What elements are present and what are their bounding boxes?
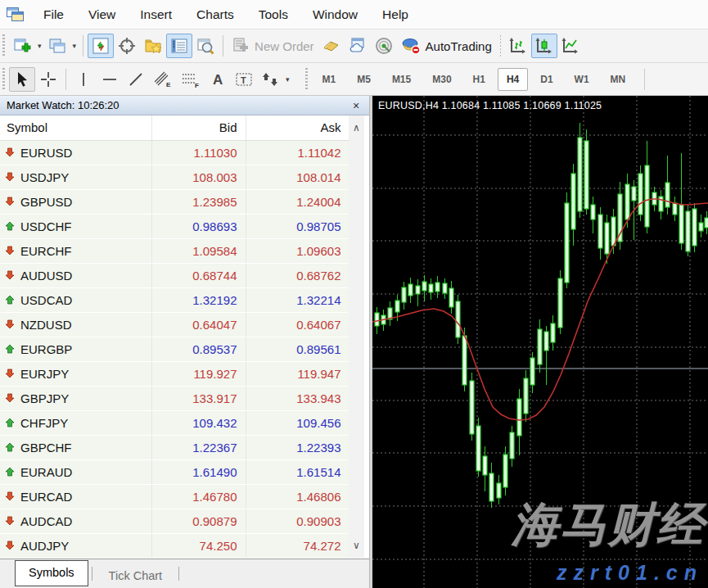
market-watch-row-euraud[interactable]: EURAUD1.614901.61514 [0, 459, 349, 484]
timeframe-m1-button[interactable]: M1 [313, 68, 345, 91]
market-watch-row-gbpchf[interactable]: GBPCHF1.223671.22393 [0, 435, 349, 459]
timeframe-m30-button[interactable]: M30 [423, 68, 460, 91]
market-watch-row-chfjpy[interactable]: CHFJPY109.432109.456 [0, 410, 349, 435]
new-chart-button[interactable] [9, 34, 35, 58]
bid-value: 1.61490 [151, 459, 246, 484]
text-label-tool-button[interactable]: T [231, 67, 257, 92]
timeframe-m5-button[interactable]: M5 [348, 68, 380, 91]
terminal-button[interactable] [166, 34, 192, 58]
market-watch-row-usdjpy[interactable]: USDJPY108.003108.014 [0, 165, 349, 189]
chevron-down-icon[interactable]: ▾ [70, 42, 79, 50]
strategy-tester-button[interactable] [192, 34, 219, 58]
crosshair-tool-button[interactable] [35, 67, 61, 92]
fibonacci-tool-button[interactable]: F [177, 67, 205, 92]
arrow-symbols-tool-button[interactable] [257, 67, 283, 92]
cursor-tool-button[interactable] [9, 67, 35, 92]
timeframe-d1-button[interactable]: D1 [531, 68, 561, 91]
trendline-icon [127, 70, 145, 88]
market-watch-row-audusd[interactable]: AUDUSD0.687440.68762 [0, 263, 349, 287]
bar-chart-button[interactable] [505, 34, 531, 58]
tab-symbols[interactable]: Symbols [15, 560, 88, 586]
toolbar-grip[interactable] [1, 68, 7, 91]
market-watch-row-gbpusd[interactable]: GBPUSD1.239851.24004 [0, 189, 349, 214]
chevron-down-icon[interactable]: ▾ [35, 42, 44, 50]
scroll-down-icon[interactable]: ∨ [349, 536, 364, 554]
market-watch-table: Symbol Bid Ask EURUSD1.110301.11042USDJP… [0, 115, 350, 559]
signals-icon [375, 37, 393, 55]
ask-value: 74.272 [246, 533, 349, 558]
equidistant-channel-tool-button[interactable]: E [149, 67, 177, 92]
line-chart-button[interactable] [557, 34, 584, 58]
mql5-icon [322, 37, 340, 55]
trend-down-icon [5, 170, 15, 184]
strategy-tester-icon [196, 37, 214, 55]
menu-tools[interactable]: Tools [246, 2, 300, 28]
toolbar-separator [500, 35, 501, 57]
trendline-tool-button[interactable] [123, 67, 149, 92]
chevron-down-icon[interactable]: ▾ [283, 75, 292, 84]
market-watch-row-eurjpy[interactable]: EURJPY119.927119.947 [0, 361, 349, 386]
close-icon[interactable]: × [349, 99, 363, 112]
signals-button[interactable] [371, 34, 397, 58]
market-watch-row-eurchf[interactable]: EURCHF1.095841.09603 [0, 238, 349, 263]
tab-separator [92, 567, 92, 581]
vertical-line-tool-button[interactable] [70, 67, 97, 92]
market-watch-row-usdchf[interactable]: USDCHF0.986930.98705 [0, 214, 349, 238]
trend-down-icon [5, 318, 15, 332]
equidistant-channel-icon: E [153, 70, 173, 88]
profiles-button[interactable] [44, 34, 70, 58]
mql5-button[interactable] [318, 34, 345, 58]
timeframe-w1-button[interactable]: W1 [566, 68, 598, 91]
data-window-button[interactable] [114, 34, 140, 58]
column-header-ask[interactable]: Ask [246, 115, 349, 140]
timeframe-h4-button[interactable]: H4 [498, 68, 528, 91]
price-chart[interactable]: EURUSD,H4 1.10684 1.11085 1.10669 1.1102… [372, 96, 708, 588]
new-chart-icon [13, 37, 31, 55]
market-watch-row-gbpjpy[interactable]: GBPJPY133.917133.943 [0, 386, 349, 410]
market-watch-row-eurusd[interactable]: EURUSD1.110301.11042 [0, 140, 349, 165]
market-watch-row-eurgbp[interactable]: EURGBP0.895370.89561 [0, 337, 349, 361]
market-watch-row-eurcad[interactable]: EURCAD1.467801.46806 [0, 484, 349, 509]
timeframe-m15-button[interactable]: M15 [383, 68, 420, 91]
menu-help[interactable]: Help [370, 2, 421, 28]
bid-value: 1.23985 [151, 189, 246, 214]
toolbar-grip[interactable] [304, 68, 309, 91]
ask-value: 108.014 [246, 165, 349, 189]
timeframe-mn-button[interactable]: MN [602, 68, 635, 91]
virtual-hosting-button[interactable] [345, 34, 371, 58]
menu-view[interactable]: View [76, 2, 128, 28]
bid-value: 0.68744 [151, 263, 246, 287]
symbol-label: AUDCAD [20, 514, 72, 528]
menu-insert[interactable]: Insert [128, 2, 184, 28]
symbol-label: CHFJPY [20, 416, 68, 430]
candlestick-button[interactable] [531, 34, 557, 58]
menu-file[interactable]: File [31, 2, 76, 28]
market-watch-row-audcad[interactable]: AUDCAD0.908790.90903 [0, 509, 349, 533]
ask-value: 0.89561 [246, 337, 349, 361]
trend-down-icon [5, 195, 15, 209]
virtual-hosting-icon [349, 37, 367, 55]
autotrading-button[interactable]: AutoTrading [397, 34, 496, 58]
symbol-label: USDCHF [20, 219, 72, 233]
market-watch-row-nzdusd[interactable]: NZDUSD0.640470.64067 [0, 312, 349, 337]
column-header-bid[interactable]: Bid [151, 115, 246, 140]
bid-value: 1.32192 [151, 287, 246, 312]
text-tool-button[interactable]: A [205, 67, 231, 92]
market-watch-row-usdcad[interactable]: USDCAD1.321921.32214 [0, 287, 349, 312]
scrollbar[interactable]: ∧ ∨ [349, 115, 364, 558]
ask-value: 1.61514 [246, 459, 349, 484]
navigator-button[interactable] [140, 34, 166, 58]
timeframe-h1-button[interactable]: H1 [464, 68, 494, 91]
menu-window[interactable]: Window [300, 2, 370, 28]
horizontal-line-tool-button[interactable] [97, 67, 123, 92]
trend-down-icon [5, 490, 15, 504]
trend-up-icon [5, 342, 15, 356]
toolbar-grip[interactable] [1, 34, 7, 57]
market-watch-row-audjpy[interactable]: AUDJPY74.25074.272 [0, 533, 349, 558]
menu-charts[interactable]: Charts [184, 2, 246, 28]
toolbar-separator [644, 69, 645, 90]
scroll-up-icon[interactable]: ∧ [349, 119, 364, 137]
tab-tick-chart[interactable]: Tick Chart [96, 564, 176, 588]
market-watch-button[interactable] [88, 34, 114, 58]
column-header-symbol[interactable]: Symbol [0, 115, 151, 140]
